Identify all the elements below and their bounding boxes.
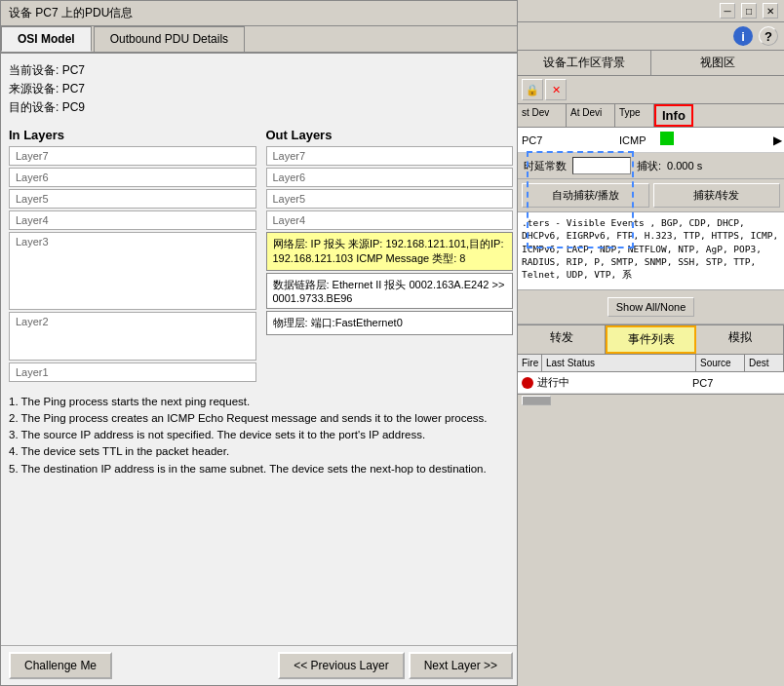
tab-simulate[interactable]: 模拟 [696,325,784,354]
tab-transfer[interactable]: 转发 [518,325,606,354]
maximize-button[interactable]: □ [741,3,757,19]
row-st-dev: PC7 [518,133,567,148]
event-col-last-status: Last Status [542,355,696,371]
in-layer4: Layer4 [9,210,256,230]
current-device: 当前设备: PC7 [9,61,513,80]
out-layer2[interactable]: 数据链路层: Ethernet II 报头 0002.163A.E242 >> … [266,273,514,309]
out-layers-section: Out Layers Layer7 Layer6 Layer5 Layer4 网… [266,128,514,384]
col-at-devi: At Devi [567,104,615,127]
pdu-titlebar: 设备 PC7 上的PDU信息 [1,1,521,26]
pdu-content: 当前设备: PC7 来源设备: PC7 目的设备: PC9 In Layers … [1,54,521,645]
help-icon[interactable]: ? [759,26,778,46]
bottom-tabs: 转发 事件列表 模拟 [518,324,784,355]
row-type: ICMP [615,133,654,148]
event-status: 进行中 [537,375,692,390]
right-panel: ─ □ ✕ i ? 设备工作区背景 视图区 🔒 ✕ st Dev At Devi… [517,0,784,686]
view-area-label[interactable]: 视图区 [651,51,784,75]
event-dot-icon [522,377,533,389]
info-icon[interactable]: i [733,26,753,46]
show-all-button[interactable]: Show All/None [608,297,695,317]
scrollbar-horizontal[interactable] [518,394,784,405]
in-layer5: Layer5 [9,189,256,209]
tab-outbound-pdu[interactable]: Outbound PDU Details [94,26,245,52]
in-layer2: Layer2 [9,312,256,361]
device-info: 当前设备: PC7 来源设备: PC7 目的设备: PC9 [9,61,513,118]
pdu-tabs: OSI Model Outbound PDU Details [1,26,521,54]
challenge-me-button[interactable]: Challenge Me [9,652,112,679]
out-layer1[interactable]: 物理层: 端口:FastEthernet0 [266,311,514,335]
right-labels: 设备工作区背景 视图区 [518,51,784,76]
in-layers-title: In Layers [9,128,256,142]
in-layer6: Layer6 [9,168,256,187]
close-button[interactable]: ✕ [763,3,778,19]
delete-red-icon[interactable]: ✕ [545,79,567,100]
event-list-row: 进行中 PC7 [518,372,784,394]
out-layers-title: Out Layers [266,128,514,142]
out-layer7: Layer7 [266,146,514,166]
arrow-right-icon[interactable]: ▶ [771,132,784,149]
auto-capture-button[interactable]: 自动捕获/播放 [522,183,649,208]
description-text: 1. The Ping process starts the next ping… [9,394,513,477]
event-col-source: Source [696,355,745,371]
out-layer5: Layer5 [266,189,514,209]
filter-text: .ters - Visible Events , BGP, CDP, DHCP,… [518,212,784,290]
event-col-fire: Fire [518,355,542,371]
out-layer4: Layer4 [266,210,514,230]
dest-device: 目的设备: PC9 [9,98,513,117]
in-layer7: Layer7 [9,146,256,166]
col-st-dev: st Dev [518,104,567,127]
event-list-header: Fire Last Status Source Dest [518,355,784,372]
time-input[interactable] [572,157,631,174]
in-layer1: Layer1 [9,362,256,382]
event-col-dest: Dest [745,355,784,371]
minimize-button[interactable]: ─ [720,3,735,19]
layers-container: In Layers Layer7 Layer6 Layer5 Layer4 La… [9,128,513,384]
prev-layer-button[interactable]: << Previous Layer [278,652,404,679]
transfer-capture-button[interactable]: 捕获/转发 [653,183,781,208]
out-layer3[interactable]: 网络层: IP 报头 来源IP: 192.168.121.101,目的IP: 1… [266,232,514,271]
in-layers-section: In Layers Layer7 Layer6 Layer5 Layer4 La… [9,128,256,384]
row-info-green [654,130,680,150]
pdu-window: 设备 PC7 上的PDU信息 OSI Model Outbound PDU De… [0,0,522,686]
lock-icon[interactable]: 🔒 [522,79,543,100]
in-layer3: Layer3 [9,232,256,310]
time-const-label: 时延常数 [524,159,567,173]
capture-value: 0.000 s [667,160,702,172]
capture-buttons: 自动捕获/播放 捕获/转发 [518,179,784,212]
right-titlebar: ─ □ ✕ [518,0,784,22]
scroll-thumb[interactable] [522,396,551,405]
capture-status-label: 捕状: [637,159,661,173]
source-device: 来源设备: PC7 [9,80,513,98]
event-source: PC7 [692,377,741,389]
tab-osi-model[interactable]: OSI Model [1,26,92,52]
pdu-title: 设备 PC7 上的PDU信息 [9,6,133,19]
pdu-footer: Challenge Me << Previous Layer Next Laye… [1,645,521,685]
green-status-icon [660,132,674,145]
time-controls: 时延常数 捕状: 0.000 s [518,153,784,179]
event-table-header: st Dev At Devi Type Info [518,104,784,128]
background-label[interactable]: 设备工作区背景 [518,51,651,75]
col-info: Info [654,104,693,127]
tab-event-list[interactable]: 事件列表 [606,325,696,354]
col-type: Type [615,104,654,127]
row-at-devi [567,138,615,142]
next-layer-button[interactable]: Next Layer >> [409,652,513,679]
out-layer6: Layer6 [266,168,514,187]
